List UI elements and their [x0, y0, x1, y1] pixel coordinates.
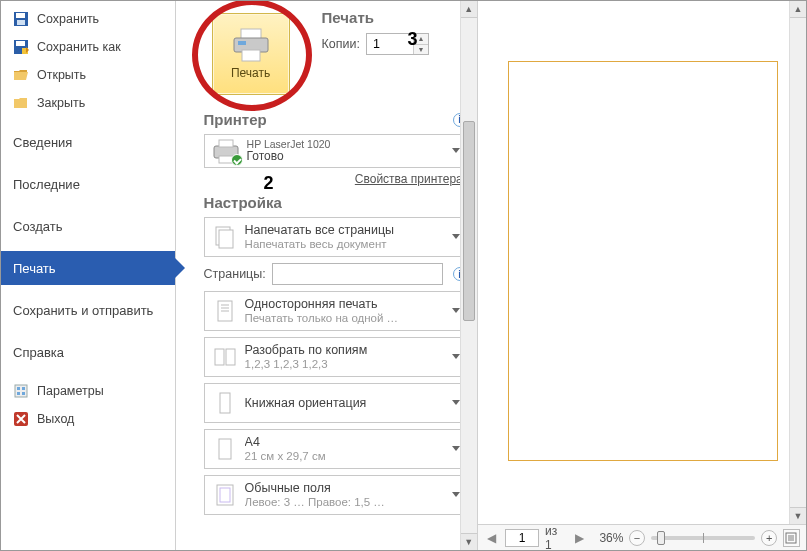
svg-rect-14	[242, 50, 260, 61]
svg-rect-19	[219, 230, 233, 248]
zoom-slider[interactable]	[651, 536, 756, 540]
zoom-out-button[interactable]: −	[629, 530, 644, 546]
pages-icon	[211, 222, 239, 252]
menu-options[interactable]: Параметры	[1, 377, 175, 405]
svg-rect-5	[15, 385, 27, 397]
printer-properties-link[interactable]: Свойства принтера	[355, 172, 463, 186]
paper-size-dropdown[interactable]: A4 21 см x 29,7 см	[204, 429, 467, 469]
annotation-3: 3	[408, 29, 418, 50]
chevron-down-icon	[452, 492, 460, 497]
menu-save-send[interactable]: Сохранить и отправить	[1, 293, 175, 327]
portrait-icon	[211, 388, 239, 418]
chevron-down-icon	[452, 148, 460, 153]
settings-scrollbar[interactable]: ▲ ▼	[460, 1, 477, 550]
svg-rect-6	[17, 387, 20, 390]
menu-help[interactable]: Справка	[1, 335, 175, 369]
chevron-down-icon	[452, 308, 460, 313]
zoom-in-button[interactable]: +	[761, 530, 776, 546]
page-number-input[interactable]	[505, 529, 539, 547]
one-side-icon	[211, 296, 239, 326]
svg-rect-13	[238, 41, 246, 45]
card-title: Обычные поля	[245, 481, 385, 496]
chevron-down-icon	[452, 234, 460, 239]
collate-icon	[211, 342, 239, 372]
card-title: A4	[245, 435, 326, 450]
save-icon	[13, 11, 29, 27]
annotation-2: 2	[264, 173, 274, 194]
backstage-print-view: Сохранить Сохранить как Открыть Закрыть …	[0, 0, 807, 551]
menu-label: Создать	[13, 219, 62, 234]
print-preview-panel: ▲ ▼ ◀ из 1 ▶ 36% − +	[477, 1, 806, 550]
menu-exit[interactable]: Выход	[1, 405, 175, 433]
zoom-slider-midtick	[703, 533, 704, 543]
menu-label: Последние	[13, 177, 80, 192]
printer-device-icon	[211, 138, 241, 164]
status-ok-icon	[231, 154, 243, 166]
menu-label: Открыть	[37, 68, 86, 82]
svg-rect-2	[17, 20, 25, 25]
scroll-up-button[interactable]: ▲	[461, 1, 477, 18]
menu-save-as[interactable]: Сохранить как	[1, 33, 175, 61]
page-of-label: из 1	[545, 524, 566, 552]
card-subtitle: 21 см x 29,7 см	[245, 450, 326, 464]
print-button[interactable]: Печать	[212, 13, 290, 95]
scroll-thumb[interactable]	[463, 121, 475, 321]
svg-rect-4	[16, 41, 25, 46]
zoom-fit-button[interactable]	[783, 529, 800, 547]
backstage-menu: Сохранить Сохранить как Открыть Закрыть …	[1, 1, 176, 550]
menu-open[interactable]: Открыть	[1, 61, 175, 89]
menu-new[interactable]: Создать	[1, 209, 175, 243]
printer-header: Принтер	[204, 111, 267, 128]
svg-rect-16	[219, 140, 233, 147]
card-subtitle: Левое: 3 … Правое: 1,5 …	[245, 496, 385, 510]
menu-recent[interactable]: Последние	[1, 167, 175, 201]
settings-header: Настройка	[204, 194, 467, 211]
printer-dropdown[interactable]: HP LaserJet 1020 Готово	[204, 134, 467, 168]
next-page-button[interactable]: ▶	[572, 530, 587, 546]
menu-label: Сохранить и отправить	[13, 303, 153, 318]
copies-input[interactable]	[367, 34, 413, 54]
copies-spinner[interactable]: ▲ ▼	[366, 33, 429, 55]
menu-label: Сохранить как	[37, 40, 121, 54]
scroll-down-button[interactable]: ▼	[461, 533, 477, 550]
card-title: Разобрать по копиям	[245, 343, 368, 358]
margins-dropdown[interactable]: Обычные поля Левое: 3 … Правое: 1,5 …	[204, 475, 467, 515]
preview-scrollbar[interactable]: ▲ ▼	[789, 1, 806, 524]
folder-open-icon	[13, 67, 29, 83]
svg-rect-27	[219, 439, 231, 459]
menu-close[interactable]: Закрыть	[1, 89, 175, 117]
scroll-down-button[interactable]: ▼	[790, 507, 806, 524]
menu-print-active[interactable]: Печать	[1, 251, 175, 285]
svg-rect-31	[788, 535, 794, 541]
card-subtitle: 1,2,3 1,2,3 1,2,3	[245, 358, 368, 372]
printer-icon	[231, 28, 271, 62]
zoom-label: 36%	[599, 531, 623, 545]
card-title: Книжная ориентация	[245, 388, 367, 418]
collate-dropdown[interactable]: Разобрать по копиям 1,2,3 1,2,3 1,2,3	[204, 337, 467, 377]
menu-save[interactable]: Сохранить	[1, 5, 175, 33]
card-subtitle: Напечатать весь документ	[245, 238, 395, 252]
print-button-label: Печать	[231, 66, 270, 80]
menu-label: Сведения	[13, 135, 72, 150]
svg-rect-7	[17, 392, 20, 395]
card-title: Односторонняя печать	[245, 297, 399, 312]
orientation-dropdown[interactable]: Книжная ориентация	[204, 383, 467, 423]
svg-rect-24	[215, 349, 224, 365]
pages-input[interactable]	[272, 263, 443, 285]
options-icon	[13, 383, 29, 399]
print-settings-panel: Печать Печать Копии: ▲ ▼	[176, 1, 477, 550]
fit-page-icon	[785, 532, 797, 544]
exit-icon	[13, 411, 29, 427]
sides-dropdown[interactable]: Односторонняя печать Печатать только на …	[204, 291, 467, 331]
zoom-slider-thumb[interactable]	[657, 531, 665, 545]
print-range-dropdown[interactable]: Напечатать все страницы Напечатать весь …	[204, 217, 467, 257]
menu-label: Выход	[37, 412, 74, 426]
menu-info[interactable]: Сведения	[1, 125, 175, 159]
menu-label: Закрыть	[37, 96, 85, 110]
svg-rect-9	[22, 392, 25, 395]
chevron-down-icon	[452, 400, 460, 405]
copies-label: Копии:	[322, 37, 360, 51]
chevron-down-icon	[452, 354, 460, 359]
prev-page-button[interactable]: ◀	[484, 530, 499, 546]
scroll-up-button[interactable]: ▲	[790, 1, 806, 18]
